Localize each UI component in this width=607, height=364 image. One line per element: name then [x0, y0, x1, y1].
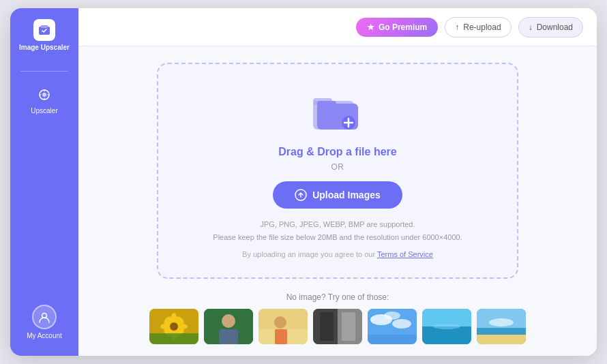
drag-drop-text: Drag & Drop a file here [278, 146, 396, 158]
sample-image-beach[interactable] [477, 309, 526, 344]
main-panel: ★ Go Premium ↑ Re-upload ↓ Download [78, 8, 597, 356]
svg-rect-46 [477, 328, 526, 335]
dropzone[interactable]: Drag & Drop a file here OR Upload Images… [157, 63, 518, 279]
sample-images-row [157, 309, 518, 344]
tos-text: By uploading an image you agree to our T… [242, 250, 433, 258]
sample-image-sunflower[interactable] [149, 309, 198, 344]
logo-area: Image Upscaler [19, 19, 70, 52]
tos-prefix: By uploading an image you agree to our [242, 250, 375, 258]
app-window: Image Upscaler Upscaler My Account [10, 8, 597, 356]
premium-label: Go Premium [379, 22, 427, 32]
reupload-button[interactable]: ↑ Re-upload [445, 17, 511, 37]
svg-rect-39 [368, 335, 417, 344]
svg-rect-34 [342, 312, 355, 341]
upscaler-icon [35, 85, 54, 104]
svg-point-13 [170, 322, 178, 331]
premium-star-icon: ★ [367, 22, 374, 32]
svg-rect-26 [219, 329, 238, 344]
sample-section: No image? Try one of those: [157, 292, 518, 344]
svg-point-48 [489, 318, 514, 327]
my-account-item[interactable]: My Account [27, 305, 62, 339]
svg-rect-47 [477, 335, 526, 344]
svg-point-25 [222, 314, 235, 328]
sidebar-divider [20, 71, 68, 72]
reupload-label: Re-upload [463, 22, 501, 32]
upload-btn-label: Upload Images [312, 189, 381, 200]
reupload-icon: ↑ [455, 22, 459, 32]
sample-image-man[interactable] [204, 309, 253, 344]
sample-image-sky[interactable] [368, 309, 417, 344]
svg-rect-30 [275, 329, 287, 344]
svg-point-16 [160, 324, 170, 329]
upload-icon [295, 189, 307, 201]
account-avatar [32, 305, 57, 329]
svg-point-17 [178, 324, 188, 329]
upload-images-button[interactable]: Upload Images [273, 181, 402, 209]
or-text: OR [331, 162, 344, 172]
formats-text: JPG, PNG, JPEG, WEBP, BMP are supported.… [213, 218, 462, 243]
account-label: My Account [27, 332, 62, 339]
header: ★ Go Premium ↑ Re-upload ↓ Download [78, 8, 597, 46]
sidebar: Image Upscaler Upscaler My Account [10, 8, 78, 356]
folder-icon [310, 89, 365, 132]
download-label: Download [537, 22, 573, 32]
svg-rect-22 [149, 333, 198, 344]
logo-text: Image Upscaler [19, 44, 70, 52]
tos-link[interactable]: Terms of Service [377, 250, 433, 258]
folder-icon-wrapper [310, 89, 365, 135]
logo-icon [33, 19, 55, 41]
sample-label: No image? Try one of those: [157, 292, 518, 302]
svg-point-37 [392, 319, 411, 329]
svg-rect-1 [41, 25, 48, 28]
download-icon: ↓ [529, 22, 533, 32]
svg-point-14 [171, 313, 177, 322]
svg-rect-33 [320, 312, 334, 341]
go-premium-button[interactable]: ★ Go Premium [356, 18, 438, 37]
sidebar-item-upscaler-label: Upscaler [31, 107, 57, 115]
content-area: Drag & Drop a file here OR Upload Images… [78, 46, 597, 356]
sidebar-item-upscaler[interactable]: Upscaler [17, 80, 72, 120]
svg-rect-8 [317, 101, 336, 108]
svg-point-43 [433, 324, 460, 329]
sample-image-woman[interactable] [258, 309, 308, 344]
formats-line2: Please keep the file size below 20MB and… [213, 233, 462, 241]
svg-point-29 [274, 316, 286, 329]
sample-image-ocean[interactable] [422, 309, 471, 344]
svg-point-38 [384, 312, 400, 320]
formats-line1: JPG, PNG, JPEG, WEBP, BMP are supported. [260, 220, 415, 228]
download-button[interactable]: ↓ Download [518, 17, 583, 37]
svg-point-3 [42, 93, 46, 97]
sample-image-bw[interactable] [313, 309, 362, 344]
